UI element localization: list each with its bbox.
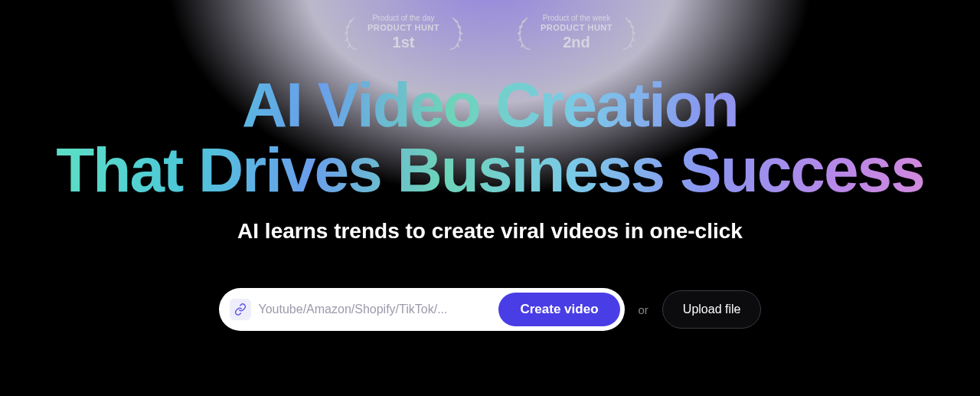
badge-subtitle: Product of the week <box>541 14 612 23</box>
url-input-container: Create video <box>219 288 625 331</box>
laurel-left-icon <box>340 15 361 51</box>
link-icon <box>234 303 247 316</box>
badge-title: PRODUCT HUNT <box>541 23 612 33</box>
hero-title-line2: That Drives Business Success <box>56 135 924 205</box>
award-badges-container: Product of the day PRODUCT HUNT 1st Prod… <box>340 14 640 51</box>
badge-subtitle: Product of the day <box>368 14 439 23</box>
laurel-right-icon <box>446 15 467 51</box>
badge-title: PRODUCT HUNT <box>368 23 439 33</box>
badge-rank: 2nd <box>541 34 612 51</box>
hero-subtitle: AI learns trends to create viral videos … <box>237 219 743 244</box>
input-row: Create video or Upload file <box>219 288 762 331</box>
hero-title: AI Video Creation That Drives Business S… <box>56 73 924 202</box>
upload-file-button[interactable]: Upload file <box>662 290 762 329</box>
hero-title-line1: AI Video Creation <box>242 70 738 139</box>
badge-product-of-day: Product of the day PRODUCT HUNT 1st <box>340 14 467 51</box>
create-video-button[interactable]: Create video <box>498 293 619 326</box>
badge-product-of-week: Product of the week PRODUCT HUNT 2nd <box>513 14 640 51</box>
badge-rank: 1st <box>368 34 439 51</box>
link-icon-wrapper <box>230 299 251 320</box>
laurel-left-icon <box>513 15 534 51</box>
url-input[interactable] <box>251 303 499 316</box>
or-separator: or <box>639 303 648 316</box>
laurel-right-icon <box>619 15 640 51</box>
